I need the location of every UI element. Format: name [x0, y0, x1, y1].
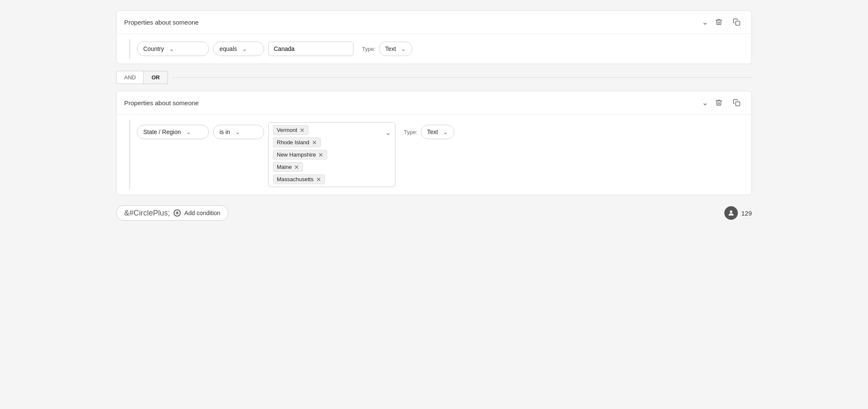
plus-icon: &#CirclePlus;	[124, 209, 170, 217]
group2-type-group: Type: Text ⌄	[404, 125, 454, 139]
group1-type-select[interactable]: Text ⌄	[379, 42, 413, 56]
group2-condition-fields: State / Region ⌄ is in ⌄ Vermont ✕	[137, 120, 744, 190]
tag-row-vermont: Vermont ✕	[273, 125, 391, 135]
group2-operator-select[interactable]: is in ⌄	[213, 125, 264, 139]
group1-type-group: Type: Text ⌄	[362, 42, 412, 56]
add-condition-label: Add condition	[184, 210, 220, 216]
group2-block: Properties about someone ⌄	[116, 91, 752, 195]
svg-rect-1	[736, 102, 740, 106]
tag-maine-remove[interactable]: ✕	[294, 164, 299, 170]
group2-copy-button[interactable]	[729, 97, 744, 108]
group1-block: Properties about someone ⌄	[116, 10, 752, 64]
group2-type-select[interactable]: Text ⌄	[421, 125, 455, 139]
group1-title: Properties about someone	[124, 19, 698, 26]
tag-new-hampshire-remove[interactable]: ✕	[318, 152, 323, 158]
group2-type-chevron-icon: ⌄	[443, 129, 448, 135]
svg-point-5	[730, 210, 732, 213]
group1-header: Properties about someone ⌄	[117, 11, 751, 34]
group1-operator-chevron-icon: ⌄	[242, 45, 247, 52]
group1-chevron-icon[interactable]: ⌄	[702, 17, 708, 27]
user-count-group: 129	[724, 206, 752, 220]
tag-maine: Maine ✕	[273, 162, 303, 172]
and-button[interactable]: AND	[116, 71, 143, 84]
tag-new-hampshire: New Hampshire ✕	[273, 150, 327, 160]
group2-condition-body: State / Region ⌄ is in ⌄ Vermont ✕	[117, 115, 751, 195]
footer-row: &#CirclePlus; Add condition 129	[116, 205, 752, 221]
group2-multiselect-box[interactable]: Vermont ✕ Rhode Island ✕	[268, 122, 395, 187]
group2-field-chevron-icon: ⌄	[186, 129, 191, 135]
tag-vermont: Vermont ✕	[273, 125, 309, 135]
group1-left-line	[129, 39, 130, 59]
tag-massachusetts-remove[interactable]: ✕	[316, 176, 321, 182]
group1-type-chevron-icon: ⌄	[401, 45, 406, 52]
tag-row-massachusetts: Massachusetts ✕	[273, 174, 391, 184]
group1-value-input[interactable]	[268, 42, 353, 56]
group1-operator-select[interactable]: equals ⌄	[213, 42, 264, 56]
group2-type-label: Type:	[404, 129, 417, 135]
tag-row-rhode-island: Rhode Island ✕	[273, 137, 391, 147]
main-container: Properties about someone ⌄	[116, 10, 752, 221]
or-button[interactable]: OR	[143, 71, 168, 84]
tag-rhode-island-remove[interactable]: ✕	[312, 140, 317, 146]
tag-vermont-remove[interactable]: ✕	[300, 127, 305, 133]
group1-field-select[interactable]: Country ⌄	[137, 42, 209, 56]
group1-field-chevron-icon: ⌄	[169, 45, 174, 52]
group2-left-line	[129, 120, 130, 190]
add-circle-icon	[173, 209, 181, 217]
group1-condition-with-line: Country ⌄ equals ⌄ Type: Text ⌄	[124, 39, 744, 59]
tag-row-new-hampshire: New Hampshire ✕	[273, 150, 391, 160]
user-count-label: 129	[741, 210, 752, 217]
tag-row-maine: Maine ✕	[273, 162, 391, 172]
group1-condition-fields: Country ⌄ equals ⌄ Type: Text ⌄	[137, 39, 744, 59]
group2-delete-button[interactable]	[712, 97, 726, 108]
group1-delete-button[interactable]	[712, 17, 726, 28]
group1-condition-body: Country ⌄ equals ⌄ Type: Text ⌄	[117, 34, 751, 64]
group2-condition-with-line: State / Region ⌄ is in ⌄ Vermont ✕	[124, 120, 744, 190]
group1-type-label: Type:	[362, 46, 376, 52]
multiselect-chevron-icon[interactable]: ⌄	[385, 129, 391, 137]
group2-operator-chevron-icon: ⌄	[235, 129, 240, 135]
and-or-row: AND OR	[116, 71, 752, 84]
avatar-icon	[727, 209, 735, 217]
group1-copy-button[interactable]	[729, 17, 744, 28]
svg-rect-0	[736, 21, 740, 25]
add-condition-button[interactable]: &#CirclePlus; Add condition	[116, 205, 228, 221]
tag-massachusetts: Massachusetts ✕	[273, 174, 325, 184]
group2-chevron-icon[interactable]: ⌄	[702, 98, 708, 107]
group2-header: Properties about someone ⌄	[117, 91, 751, 115]
user-avatar	[724, 206, 738, 220]
group2-field-select[interactable]: State / Region ⌄	[137, 125, 209, 139]
and-or-separator	[172, 77, 752, 78]
group2-title: Properties about someone	[124, 99, 698, 106]
tag-rhode-island: Rhode Island ✕	[273, 137, 321, 147]
